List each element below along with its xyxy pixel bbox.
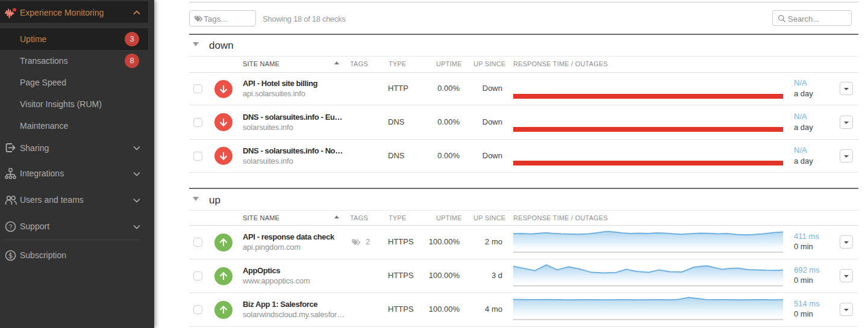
svg-text:?: ? <box>8 223 12 231</box>
svg-text:S: S <box>8 252 13 259</box>
